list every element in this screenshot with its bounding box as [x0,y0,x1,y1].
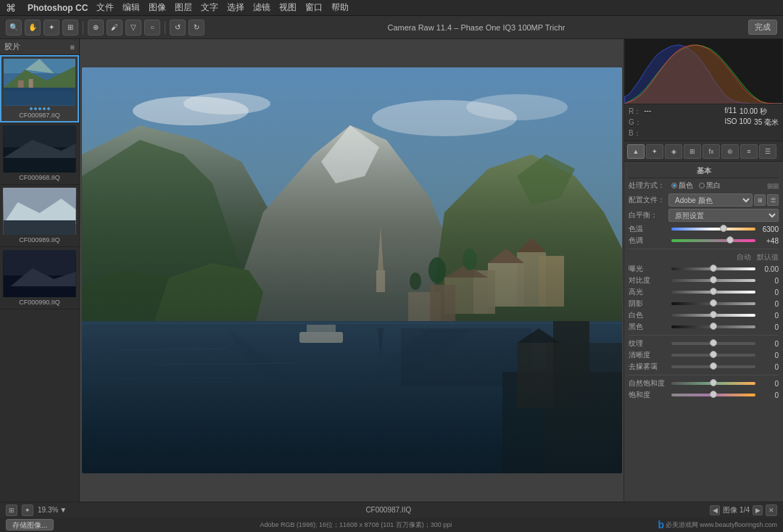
texture-track[interactable] [671,342,755,345]
tab-color-grading[interactable]: ⊚ [721,144,739,159]
contrast-track[interactable] [671,279,755,282]
tab-histogram[interactable]: ▲ [627,144,645,159]
saturation-thumb[interactable] [710,391,717,398]
save-button[interactable]: 存储图像... [6,519,54,531]
tab-effects[interactable]: ☰ [759,144,776,159]
menu-file[interactable]: 文件 [96,1,114,14]
vibrance-thumb[interactable] [710,379,717,386]
exposure-row: 曝光 0.00 [629,264,779,274]
vibrance-value: 0 [758,380,779,388]
status-icon-2[interactable]: ✦ [22,504,33,516]
menu-edit[interactable]: 编辑 [123,1,140,14]
tint-track[interactable] [671,239,755,242]
nav-prev-btn[interactable]: ◀ [710,505,720,515]
dot [47,107,50,110]
blacks-thumb[interactable] [710,323,717,330]
texture-sliders: 纹理 0 清晰度 0 去朦雾霭 [629,338,779,372]
exposure-thumb[interactable] [710,265,717,272]
menu-select[interactable]: 选择 [227,1,244,14]
process-grid[interactable]: ⊞⊞ [767,182,779,190]
clarity-track[interactable] [671,354,755,357]
tab-tone-curve[interactable]: ◈ [665,144,682,159]
filter-tool[interactable]: ▽ [125,20,141,36]
aperture-value: f/11 [724,107,737,117]
texture-thumb[interactable] [710,339,717,346]
dehaze-track[interactable] [671,365,755,368]
menu-window[interactable]: 窗口 [305,1,323,14]
zoom-dropdown-icon[interactable]: ▼ [59,506,67,514]
exposure-value: 0.00 [758,265,779,273]
shutter-value: 10.00 秒 [740,107,767,117]
tab-basic[interactable]: ✦ [646,144,663,159]
filmstrip-item-1[interactable]: CF000987.IIQ [0,55,79,122]
whites-thumb[interactable] [710,311,717,318]
rotate-right[interactable]: ↻ [188,20,204,36]
menu-filter[interactable]: 滤镜 [253,1,270,14]
zoom-tool[interactable]: 🔍 [6,20,22,36]
r-value: --- [644,107,651,117]
menu-layer[interactable]: 图层 [175,1,192,14]
preview-canvas[interactable] [80,39,624,502]
wb-tool[interactable]: ✦ [44,20,59,36]
camera-info: f/11 10.00 秒 ISO 100 35 毫米 [724,107,779,138]
shadows-track[interactable] [671,302,755,305]
dehaze-thumb[interactable] [710,362,717,370]
default-button[interactable]: 默认值 [757,252,779,262]
close-btn[interactable]: ✕ [766,504,777,516]
contrast-thumb[interactable] [710,276,717,283]
highlights-thumb[interactable] [710,288,717,295]
wb-select[interactable]: 原照设置 [668,209,779,222]
temp-track[interactable] [671,228,755,230]
exposure-track[interactable] [671,267,755,270]
tab-hsl[interactable]: fx [703,144,720,159]
temp-thumb[interactable] [720,225,727,232]
filmstrip-item-2[interactable]: CF000968.IIQ [0,122,79,185]
bw-radio[interactable] [699,183,705,188]
color-option[interactable]: 颜色 [671,180,693,191]
profile-grid-btn[interactable]: ⊞ [754,194,766,206]
divider1 [629,249,779,249]
saturation-track[interactable] [671,394,755,396]
menu-text[interactable]: 文字 [201,1,218,14]
done-button[interactable]: 完成 [748,20,777,35]
vibrance-track[interactable] [671,382,755,385]
status-icon-1[interactable]: ⊞ [6,504,17,516]
blacks-track[interactable] [671,325,755,328]
rotate-left[interactable]: ↺ [170,20,186,36]
menu-help[interactable]: 帮助 [331,1,349,14]
range-mask[interactable]: ○ [144,20,160,36]
tab-lens[interactable]: ≡ [740,144,758,159]
menu-image[interactable]: 图像 [149,1,166,14]
svg-rect-59 [82,67,622,473]
clarity-thumb[interactable] [710,351,717,358]
thumb-image-4 [3,250,76,297]
g-label: G： [629,117,642,128]
filmstrip-item-3[interactable]: CF000989.IIQ [0,185,79,247]
temp-value: 6300 [758,225,779,233]
whites-value: 0 [758,312,779,320]
contrast-label: 对比度 [629,275,668,286]
tint-thumb[interactable] [726,236,734,244]
filmstrip-item-4[interactable]: CF000990.IIQ [0,247,79,309]
tab-detail[interactable]: ⊞ [684,144,701,159]
profile-list-btn[interactable]: ☰ [767,194,779,206]
nav-next-btn[interactable]: ▶ [753,505,763,515]
whites-track[interactable] [671,314,755,317]
aperture-row: f/11 10.00 秒 [724,107,779,117]
menu-view[interactable]: 视图 [279,1,297,14]
whites-row: 白色 0 [629,310,779,320]
brush-tool[interactable]: 🖌 [107,20,123,36]
highlights-track[interactable] [671,291,755,294]
healing-tool[interactable]: ⊕ [88,20,104,36]
wb-label: 白平衡： [629,210,668,220]
auto-button[interactable]: 自动 [737,252,751,262]
shadows-thumb[interactable] [710,299,717,307]
crop-tool[interactable]: ⊞ [62,20,78,36]
profile-select[interactable]: Adobe 颜色 [668,194,753,207]
color-radio[interactable] [671,183,677,188]
b-row: B： [629,128,651,138]
filmstrip-menu-icon[interactable]: ≡ [70,43,75,51]
hand-tool[interactable]: ✋ [25,20,41,36]
section-header: 基本 [629,165,779,178]
bw-option[interactable]: 黑白 [699,180,721,191]
